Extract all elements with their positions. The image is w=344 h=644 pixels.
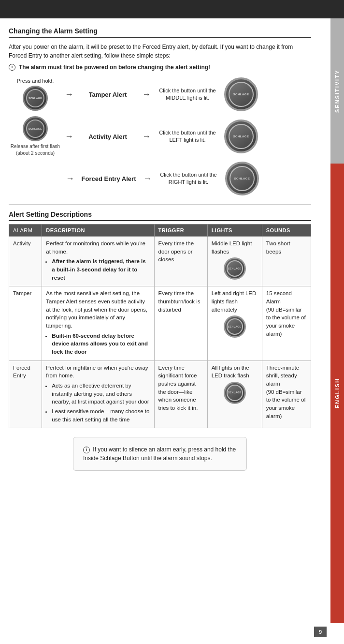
lights-activity: Middle LED light flashes SCHLAGE <box>207 237 262 286</box>
schlage-button-press: SCHLAGE <box>23 86 48 111</box>
desc-activity-bullet: After the alarm is triggered, there is a… <box>52 257 150 282</box>
arrow-6: → <box>143 174 152 184</box>
schlage-small-tamper-label: SCHLAGE <box>228 325 241 329</box>
release-text: Release after first flash (about 2 secon… <box>9 143 62 157</box>
lights-tamper-text: Left and right LED lights flash alternat… <box>212 290 257 312</box>
desc-activity-list: After the alarm is triggered, there is a… <box>46 257 150 282</box>
intro-text: After you power on the alarm, it will be… <box>9 43 311 60</box>
info-box-icon: i <box>83 447 90 453</box>
desc-activity-text: Perfect for monitoring doors while you'r… <box>46 240 145 255</box>
table-row-activity: Activity Perfect for monitoring doors wh… <box>9 237 311 286</box>
divider-1 <box>9 204 311 205</box>
alarm-forced-text: ForcedEntry <box>13 365 30 379</box>
desc-forced-bullet-2: Least sensitive mode – many choose to us… <box>52 407 150 423</box>
header-alarm: ALARM <box>9 225 42 237</box>
desc-activity-bold: After the alarm is triggered, there is a… <box>52 258 145 280</box>
desc-forced-list: Acts as an effective deterrent by instan… <box>46 382 150 423</box>
table-body: Activity Perfect for monitoring doors wh… <box>9 237 311 428</box>
trigger-activity: Every time the door opens or closes <box>154 237 207 286</box>
header-lights: LIGHTS <box>207 225 262 237</box>
trigger-tamper: Every time the thumbturn/lock is disturb… <box>154 286 207 360</box>
schlage-small-activity-label: SCHLAGE <box>228 267 241 270</box>
alarm-activity: Activity <box>9 237 42 286</box>
warning-text: The alarm must first be powered on befor… <box>19 64 210 71</box>
table-row-tamper: Tamper As the most sensitive alert setti… <box>9 286 311 360</box>
schlage-button-release-inner: SCHLAGE <box>26 120 44 138</box>
schlage-small-forced-label: SCHLAGE <box>228 391 241 394</box>
desc-tamper-bold: Built-in 60-second delay before device a… <box>52 333 148 355</box>
schlage-btn-forced: SCHLAGE <box>225 162 259 195</box>
sidebar-sensitivity-label: SENSITIVITY <box>330 18 344 164</box>
schlage-label-2: SCHLAGE <box>29 127 42 130</box>
arrow-4: → <box>142 132 151 142</box>
schlage-small-forced: SCHLAGE <box>224 382 246 404</box>
flow-row-tamper: Press and hold. SCHLAGE → Tamper Alert →… <box>9 77 311 111</box>
schlage-small-activity-inner: SCHLAGE <box>227 260 243 277</box>
sidebar: SENSITIVITY ENGLISH <box>330 18 344 623</box>
desc-forced-text: Perfect for nighttime or when you're awa… <box>46 365 148 379</box>
activity-alert-label: Activity Alert <box>76 133 139 140</box>
forced-entry-alert-label: Forced Entry Alert <box>77 175 140 182</box>
schlage-label-activity: SCHLAGE <box>233 135 249 138</box>
sidebar-english-label: ENGLISH <box>330 164 344 623</box>
tamper-click-instruction: Click the button until the MIDDLE light … <box>154 87 221 102</box>
page-number: 9 <box>314 627 327 637</box>
header-trigger: TRIGGER <box>154 225 207 237</box>
warning-line: i The alarm must first be powered on bef… <box>9 64 311 71</box>
sounds-tamper: 15 second Alarm (90 dB=similar to the vo… <box>262 286 311 360</box>
sounds-forced-text: Three-minute shrill, steady alarm (90 dB… <box>266 365 306 419</box>
desc-tamper-list: Built-in 60-second delay before device a… <box>46 332 150 356</box>
release-block: SCHLAGE Release after first flash (about… <box>9 116 62 157</box>
table-header-row: ALARM DESCRIPTION TRIGGER LIGHTS SOUNDS <box>9 225 311 237</box>
arrow-3: → <box>65 132 73 142</box>
schlage-btn-tamper: SCHLAGE <box>224 77 258 111</box>
schlage-small-tamper: SCHLAGE <box>224 315 246 338</box>
schlage-small-activity: SCHLAGE <box>224 257 246 280</box>
lights-tamper: Left and right LED lights flash alternat… <box>207 286 262 360</box>
forced-click-instruction: Click the button until the RIGHT light i… <box>155 171 222 186</box>
alarm-forced: ForcedEntry <box>9 360 42 428</box>
flow-row-activity: SCHLAGE Release after first flash (about… <box>9 116 311 157</box>
sounds-activity: Two short beeps <box>262 237 311 286</box>
arrow-1: → <box>65 90 73 100</box>
changing-alarm-title: Changing the Alarm Setting <box>9 27 311 38</box>
desc-forced-bullet-1: Acts as an effective deterrent by instan… <box>52 382 150 406</box>
info-icon: i <box>9 64 15 71</box>
table-header: ALARM DESCRIPTION TRIGGER LIGHTS SOUNDS <box>9 225 311 237</box>
header-description: DESCRIPTION <box>42 225 154 237</box>
info-box-text: If you want to silence an alarm early, p… <box>83 446 236 462</box>
main-content: Changing the Alarm Setting After you pow… <box>0 18 330 488</box>
desc-tamper: As the most sensitive alert setting, the… <box>42 286 154 360</box>
top-bar <box>0 0 344 18</box>
lights-forced: All lights on the LED track flash SCHLAG… <box>207 360 262 428</box>
alert-table: ALARM DESCRIPTION TRIGGER LIGHTS SOUNDS … <box>9 224 311 428</box>
schlage-label-1: SCHLAGE <box>29 97 42 100</box>
schlage-small-tamper-inner: SCHLAGE <box>227 318 243 335</box>
schlage-btn-activity-inner: SCHLAGE <box>229 124 254 149</box>
trigger-forced: Every time significant force pushes agai… <box>154 360 207 428</box>
lights-activity-text: Middle LED light flashes <box>212 240 252 255</box>
press-hold-block: Press and hold. SCHLAGE <box>9 78 62 111</box>
flow-row-forced: → Forced Entry Alert → Click the button … <box>66 162 311 195</box>
header-sounds: SOUNDS <box>262 225 311 237</box>
sounds-forced: Three-minute shrill, steady alarm (90 dB… <box>262 360 311 428</box>
desc-forced: Perfect for nighttime or when you're awa… <box>42 360 154 428</box>
lights-forced-text: All lights on the LED track flash <box>212 365 249 379</box>
desc-activity: Perfect for monitoring doors while you'r… <box>42 237 154 286</box>
schlage-btn-tamper-inner: SCHLAGE <box>229 82 254 107</box>
schlage-button-release: SCHLAGE <box>23 116 48 141</box>
activity-click-instruction: Click the button until the LEFT light is… <box>154 129 221 144</box>
schlage-button-inner: SCHLAGE <box>26 89 44 107</box>
info-box: i If you want to silence an alarm early,… <box>73 437 247 471</box>
desc-tamper-text: As the most sensitive alert setting, the… <box>46 290 147 329</box>
table-row-forced: ForcedEntry Perfect for nighttime or whe… <box>9 360 311 428</box>
schlage-label-forced: SCHLAGE <box>234 177 250 180</box>
schlage-small-forced-inner: SCHLAGE <box>227 385 243 401</box>
press-hold-label: Press and hold. <box>17 78 54 84</box>
schlage-btn-activity: SCHLAGE <box>224 120 258 153</box>
flow-diagram: Press and hold. SCHLAGE → Tamper Alert →… <box>9 77 311 195</box>
arrow-2: → <box>142 90 151 100</box>
alert-desc-title: Alert Setting Descriptions <box>9 210 311 221</box>
schlage-label-tamper: SCHLAGE <box>233 93 249 96</box>
arrow-5: → <box>66 174 74 184</box>
